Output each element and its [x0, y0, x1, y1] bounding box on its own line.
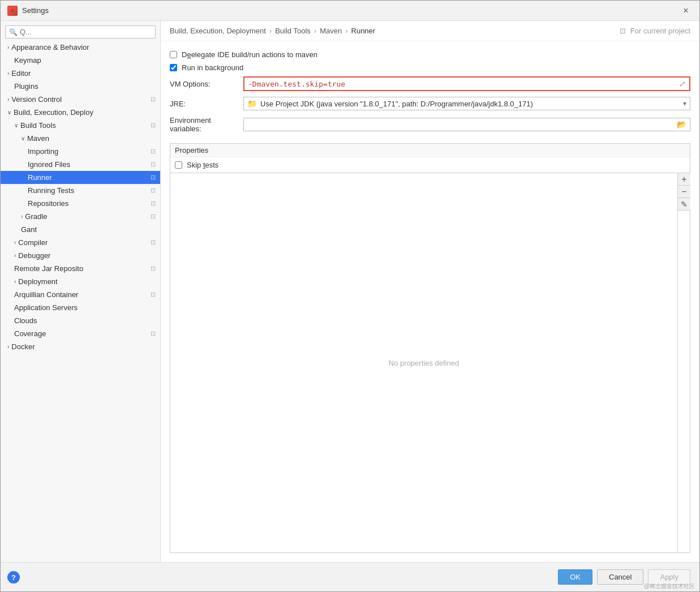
- sidebar-item-clouds[interactable]: Clouds: [1, 314, 160, 327]
- sidebar-item-deployment[interactable]: › Deployment: [1, 275, 160, 288]
- sidebar-item-label: Runner: [28, 173, 52, 182]
- delegate-row: DeDelegate IDE build/run actions to mave…: [170, 50, 690, 59]
- delegate-checkbox[interactable]: [170, 51, 177, 58]
- sidebar-item-plugins[interactable]: Plugins: [1, 80, 160, 93]
- sidebar-item-appearance[interactable]: › Appearance & Behavior: [1, 41, 160, 54]
- sync-icon: ⊡: [151, 122, 156, 129]
- sidebar-item-label: Build Tools: [20, 121, 56, 130]
- sidebar-item-label: Ignored Files: [28, 160, 70, 169]
- content-area: 🔍 › Appearance & Behavior Keymap › Edito…: [1, 21, 699, 562]
- sidebar-item-importing[interactable]: Importing ⊡: [1, 145, 160, 158]
- browse-icon[interactable]: 📂: [677, 120, 686, 129]
- vm-options-input[interactable]: [248, 80, 677, 88]
- search-box[interactable]: 🔍: [5, 25, 156, 38]
- sidebar-item-build-tools[interactable]: ∨ Build Tools ⊡: [1, 119, 160, 132]
- app-icon: [7, 6, 18, 16]
- search-icon: 🔍: [9, 28, 18, 36]
- sidebar-item-label: Debugger: [18, 251, 50, 260]
- properties-table-container: No properties defined + − ✎: [170, 173, 690, 553]
- sidebar-item-build-execution[interactable]: ∨ Build, Execution, Deploy: [1, 106, 160, 119]
- background-label[interactable]: Run in background: [182, 63, 243, 72]
- breadcrumb-part2: Build Tools: [275, 27, 311, 35]
- jdk-icon: 📁: [247, 99, 257, 108]
- sidebar-item-ignored-files[interactable]: Ignored Files ⊡: [1, 158, 160, 171]
- breadcrumb: Build, Execution, Deployment › Build Too…: [161, 21, 699, 41]
- delegate-label-text: D: [182, 50, 187, 59]
- sidebar-item-arquillian[interactable]: Arquillian Container ⊡: [1, 288, 160, 301]
- sidebar-item-label: Maven: [27, 134, 49, 143]
- close-button[interactable]: ×: [679, 4, 693, 18]
- sidebar-item-keymap[interactable]: Keymap: [1, 54, 160, 67]
- delegate-label[interactable]: DeDelegate IDE build/run actions to mave…: [182, 50, 317, 59]
- search-input[interactable]: [20, 28, 152, 36]
- background-checkbox[interactable]: [170, 64, 177, 71]
- sidebar-item-docker[interactable]: › Docker: [1, 340, 160, 353]
- sidebar: 🔍 › Appearance & Behavior Keymap › Edito…: [1, 21, 161, 562]
- sync-icon: ⊡: [151, 174, 156, 181]
- bottom-bar: OK Cancel Apply: [1, 562, 699, 591]
- sync-icon: ⊡: [151, 161, 156, 168]
- jre-row: JRE: 📁 Use Project JDK (java version "1.…: [170, 97, 690, 110]
- settings-window: Settings × 🔍 › Appearance & Behavior Key…: [0, 0, 700, 592]
- add-property-button[interactable]: +: [678, 173, 690, 186]
- arrow-icon: ›: [14, 278, 16, 285]
- sidebar-item-version-control[interactable]: › Version Control ⊡: [1, 93, 160, 106]
- skip-tests-checkbox[interactable]: [175, 161, 182, 169]
- arrow-icon: ›: [7, 44, 9, 50]
- sidebar-item-label: Importing: [28, 147, 58, 156]
- vm-options-field[interactable]: ⤢: [243, 76, 690, 91]
- arrow-icon: ∨: [14, 122, 18, 128]
- sidebar-item-repositories[interactable]: Repositories ⊡: [1, 197, 160, 210]
- sidebar-item-debugger[interactable]: › Debugger: [1, 249, 160, 262]
- breadcrumb-part3: Maven: [320, 27, 342, 35]
- sidebar-item-label: Editor: [11, 69, 31, 78]
- watermark: @稀土掘金技术社区: [644, 582, 695, 590]
- sidebar-item-running-tests[interactable]: Running Tests ⊡: [1, 184, 160, 197]
- breadcrumb-sep1: ›: [269, 27, 272, 35]
- cancel-button[interactable]: Cancel: [597, 569, 643, 585]
- sync-icon: ⊡: [151, 96, 156, 103]
- jre-select-text: Use Project JDK (java version "1.8.0_171…: [260, 100, 681, 108]
- sidebar-item-editor[interactable]: › Editor: [1, 67, 160, 80]
- sidebar-item-remote-jar[interactable]: Remote Jar Reposito ⊡: [1, 262, 160, 275]
- sidebar-item-label: Appearance & Behavior: [11, 43, 89, 52]
- expand-icon[interactable]: ⤢: [679, 79, 686, 88]
- sidebar-item-maven[interactable]: ∨ Maven: [1, 132, 160, 145]
- sync-icon: ⊡: [151, 265, 156, 272]
- breadcrumb-right: ⊡ For current project: [620, 27, 690, 35]
- help-button[interactable]: ?: [7, 571, 20, 584]
- env-field[interactable]: 📂: [243, 118, 690, 131]
- env-input[interactable]: [247, 121, 675, 129]
- vm-options-row: VM Options: ⤢: [170, 76, 690, 91]
- sidebar-item-compiler[interactable]: › Compiler ⊡: [1, 236, 160, 249]
- sync-icon: ⊡: [151, 330, 156, 337]
- skip-tests-row: Skip tests: [170, 157, 690, 173]
- properties-title: Properties: [170, 144, 690, 157]
- breadcrumb-current: Runner: [351, 27, 376, 35]
- sidebar-item-label: Gant: [21, 225, 37, 234]
- edit-property-button[interactable]: ✎: [678, 198, 690, 211]
- ok-button[interactable]: OK: [558, 569, 592, 585]
- vm-options-label: VM Options:: [170, 80, 243, 88]
- sidebar-item-coverage[interactable]: Coverage ⊡: [1, 327, 160, 340]
- breadcrumb-part1: Build, Execution, Deployment: [170, 27, 266, 35]
- sidebar-item-gant[interactable]: Gant: [1, 223, 160, 236]
- arrow-icon: ›: [7, 96, 9, 102]
- sidebar-item-label: Repositories: [28, 199, 68, 208]
- titlebar: Settings ×: [1, 1, 699, 21]
- project-icon: ⊡: [620, 27, 626, 35]
- properties-section: Properties Skip tests: [170, 143, 690, 173]
- form-area: DeDelegate IDE build/run actions to mave…: [161, 41, 699, 139]
- skip-tests-label[interactable]: Skip tests: [187, 161, 218, 169]
- svg-point-1: [11, 9, 14, 12]
- sidebar-item-gradle[interactable]: › Gradle ⊡: [1, 210, 160, 223]
- remove-property-button[interactable]: −: [678, 186, 690, 198]
- sync-icon: ⊡: [151, 291, 156, 298]
- sidebar-item-app-servers[interactable]: Application Servers: [1, 301, 160, 314]
- sidebar-item-label: Keymap: [14, 56, 41, 65]
- sidebar-item-runner[interactable]: Runner ⊡: [1, 171, 160, 184]
- breadcrumb-right-text: For current project: [630, 27, 690, 35]
- breadcrumb-sep3: ›: [345, 27, 347, 35]
- sync-icon: ⊡: [151, 187, 156, 194]
- jre-select[interactable]: 📁 Use Project JDK (java version "1.8.0_1…: [243, 97, 690, 110]
